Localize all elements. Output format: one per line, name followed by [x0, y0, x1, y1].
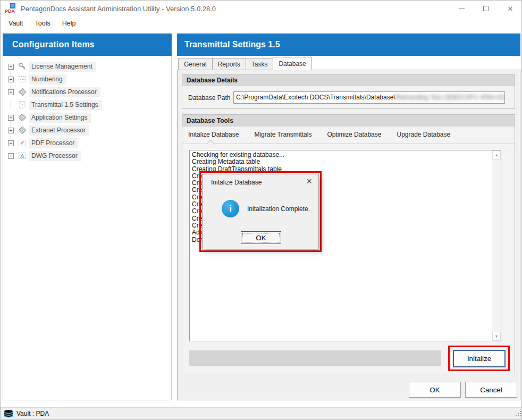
initalize-database-dialog: Initalize Database × i Initalization Com… — [202, 174, 319, 249]
settings-page-icon — [18, 100, 27, 110]
titlebar: PDA PentagonDocs Assistant Administratio… — [1, 1, 522, 16]
processor-icon — [18, 113, 27, 122]
dwg-icon — [18, 152, 27, 161]
dialog-close-icon[interactable]: × — [306, 177, 312, 186]
tree-item-label: DWG Processor — [29, 151, 81, 161]
pdf-icon — [18, 139, 27, 148]
subtab-optimize-database[interactable]: Optimize Database — [327, 131, 381, 141]
processor-icon — [18, 126, 27, 135]
expand-icon[interactable]: + — [8, 89, 14, 95]
tree-item-label: PDF Processor — [29, 138, 78, 148]
vault-database-icon — [4, 409, 14, 419]
processor-icon — [18, 88, 27, 97]
scroll-down-icon[interactable]: ▼ — [492, 332, 501, 341]
ok-button[interactable]: OK — [409, 382, 461, 398]
tree-item-notifications-processor[interactable]: +Notifications Processor — [3, 86, 171, 98]
configuration-tree[interactable]: +License Management+Numbering+Notificati… — [3, 56, 172, 400]
database-details-group: Database Details Database Path C:\Progra… — [182, 74, 515, 109]
key-icon — [18, 62, 27, 71]
svg-text:PDA: PDA — [5, 9, 15, 14]
expand-icon[interactable]: + — [8, 128, 14, 133]
subtab-migrate-transmittals[interactable]: Migrate Transmittals — [254, 131, 311, 141]
menu-item-tools[interactable]: Tools — [29, 18, 56, 29]
database-tools-tabs: Initalize DatabaseMigrate TransmittalsOp… — [188, 131, 450, 141]
menu-item-help[interactable]: Help — [56, 18, 82, 29]
maximize-icon[interactable] — [474, 1, 498, 16]
sidebar-header: Configuration Items — [3, 33, 172, 56]
dialog-title: Initalize Database — [211, 179, 262, 186]
content-header: Transmittal Settings 1.5 — [177, 33, 520, 56]
menu-item-vault[interactable]: Vault — [3, 18, 29, 29]
dialog-message: Initalization Complete. — [247, 205, 310, 213]
tree-item-label: Extranet Processor — [29, 125, 89, 136]
window-title: PentagonDocs Assistant Administration Ut… — [21, 5, 216, 13]
cancel-button[interactable]: Cancel — [465, 382, 517, 398]
initalize-button[interactable]: Initalize — [453, 350, 506, 367]
log-scrollbar[interactable]: ▲ ▼ — [492, 150, 501, 341]
database-path-input[interactable]: C:\ProgramData\Excitech DOCS\Transmittal… — [233, 91, 505, 104]
tree-item-license-management[interactable]: +License Management — [3, 60, 171, 73]
tab-database[interactable]: Database — [273, 57, 311, 70]
settings-tabs: GeneralReportsTasksDatabase — [178, 57, 312, 70]
tree-item-label: Application Settings — [29, 113, 91, 123]
tree-item-numbering[interactable]: +Numbering — [3, 73, 171, 86]
info-icon: i — [222, 200, 239, 217]
database-path-redacted: Rebranding Test (3DB2C3FC-4064-41C3-83CD — [395, 94, 505, 101]
tree-item-pdf-processor[interactable]: +PDF Processor — [3, 137, 171, 149]
database-tools-title: Database Tools — [182, 115, 515, 127]
log-line: Checking for existing database... — [192, 152, 490, 158]
subtab-initalize-database[interactable]: Initalize Database — [188, 131, 239, 141]
initialize-progressbar — [189, 350, 441, 366]
tree-item-application-settings[interactable]: +Application Settings — [3, 111, 171, 124]
expand-icon[interactable]: + — [8, 64, 14, 70]
tree-item-label: License Management — [29, 62, 96, 72]
database-path-value: C:\ProgramData\Excitech DOCS\Transmittal… — [236, 94, 395, 101]
tree-item-transmittal-1-5-settings[interactable]: Transmittal 1.5 Settings — [3, 98, 171, 111]
dialog-ok-button[interactable]: OK — [241, 231, 281, 244]
tab-reports[interactable]: Reports — [212, 58, 246, 70]
tree-item-label: Notifications Processor — [29, 87, 100, 97]
subtab-divider — [182, 144, 515, 144]
tab-tasks[interactable]: Tasks — [246, 58, 273, 70]
database-details-title: Database Details — [182, 74, 515, 86]
expand-icon[interactable]: + — [8, 153, 14, 159]
tree-item-dwg-processor[interactable]: +DWG Processor — [3, 149, 171, 162]
scroll-up-icon[interactable]: ▲ — [492, 150, 501, 159]
menubar: VaultToolsHelp — [1, 16, 522, 30]
numbering-icon — [18, 75, 27, 84]
expand-spacer — [8, 102, 14, 108]
database-path-label: Database Path — [188, 94, 230, 102]
window-controls: × — [449, 1, 522, 16]
expand-icon[interactable]: + — [8, 115, 14, 121]
app-logo-icon: PDA — [5, 3, 16, 14]
statusbar: Vault : PDA — [1, 407, 522, 419]
tree-item-label: Numbering — [29, 74, 66, 85]
tree-item-extranet-processor[interactable]: +Extranet Processor — [3, 124, 171, 137]
close-icon[interactable]: × — [498, 1, 522, 16]
minimize-icon[interactable] — [449, 1, 474, 16]
tab-general[interactable]: General — [178, 58, 212, 70]
log-line: Creating Metadata table — [192, 158, 490, 165]
vault-status-text: Vault : PDA — [16, 410, 49, 417]
resize-grip[interactable] — [515, 410, 521, 418]
expand-icon[interactable]: + — [8, 77, 14, 82]
tree-item-label: Transmittal 1.5 Settings — [29, 100, 102, 110]
expand-icon[interactable]: + — [8, 140, 14, 146]
app-window: PDA PentagonDocs Assistant Administratio… — [0, 0, 522, 420]
subtab-upgrade-database[interactable]: Upgrade Database — [397, 131, 450, 141]
